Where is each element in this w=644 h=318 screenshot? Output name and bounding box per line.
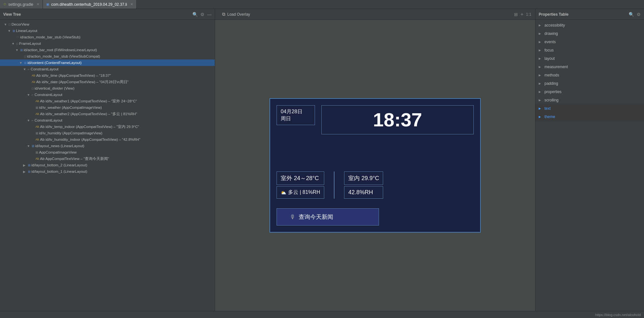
- properties-actions: 🔍 ⚙: [629, 12, 641, 17]
- label-action-bar-root: id/action_bar_root (FitWindowsLinearLayo…: [24, 48, 97, 52]
- app-weather-row: 室外 24～28°C ⛅ 多云 | 81%RH 室内 29.9°C: [270, 171, 480, 205]
- tree-node-action-mode-bar-stub[interactable]: ⋯ id/action_mode_bar_stub (ViewStub): [0, 34, 215, 40]
- prop-layout[interactable]: ▶ layout: [535, 54, 644, 63]
- prop-label-measurement: measurement: [544, 65, 568, 69]
- tree-node-tv-weather2[interactable]: Ab Ab id/tv_weather2 (AppCompatTextView)…: [0, 111, 215, 117]
- prop-arrow-drawing: ▶: [539, 32, 543, 35]
- tree-node-iv-weather[interactable]: ⊠ id/iv_weather (AppCompatImageView): [0, 104, 215, 111]
- label-content: id/content (ContentFrameLayout): [28, 61, 82, 65]
- tree-node-layout-bottom-1[interactable]: ▶ ⊞ id/layout_bottom_1 (LinearLayout): [0, 168, 215, 175]
- app-weather-left: 室外 24～28°C ⛅ 多云 | 81%RH: [277, 171, 324, 199]
- prop-accessibility[interactable]: ▶ accessibility: [535, 21, 644, 29]
- properties-settings-btn[interactable]: ⚙: [637, 12, 641, 17]
- tree-node-framelayout[interactable]: ▼ □ FrameLayout: [0, 40, 215, 47]
- arrow-framelayout: ▼: [12, 42, 15, 45]
- prop-padding[interactable]: ▶ padding: [535, 79, 644, 88]
- label-app-text-view: Ab AppCompatTextView – "查询今天新闻": [40, 156, 109, 161]
- prop-arrow-text: ▶: [539, 107, 543, 110]
- prop-label-methods: methods: [544, 73, 559, 77]
- properties-panel: Properties Table 🔍 ⚙ ▶ accessibility ▶ d…: [535, 9, 644, 311]
- prop-drawing[interactable]: ▶ drawing: [535, 29, 644, 38]
- preview-header-left: ⧉ Load Overlay: [219, 10, 253, 18]
- icon-tv-time: Ab: [32, 74, 35, 77]
- tree-node-app-text-view[interactable]: Ab Ab AppCompatTextView – "查询今天新闻": [0, 155, 215, 162]
- prop-measurement[interactable]: ▶ measurement: [535, 63, 644, 71]
- add-overlay-icon[interactable]: +: [520, 12, 523, 17]
- tree-node-content[interactable]: ▼ ⊞ id/content (ContentFrameLayout): [0, 60, 215, 66]
- icon-action-mode-bar-stub2: □: [24, 55, 26, 58]
- app-indoor-temp-text: 室内 29.9°C: [348, 175, 379, 181]
- arrow-constraintlayout3: ▼: [27, 119, 31, 122]
- tree-node-constraintlayout3[interactable]: ▼ ⌐ ConstraintLayout: [0, 117, 215, 123]
- properties-search-btn[interactable]: 🔍: [629, 12, 634, 17]
- tree-node-layout-news[interactable]: ▼ ⊞ id/layout_news (LinearLayout): [0, 143, 215, 149]
- prop-label-layout: layout: [544, 56, 555, 61]
- prop-theme[interactable]: ▶ theme: [535, 113, 644, 121]
- tree-node-vertical-divider[interactable]: □ id/vertical_divider (View): [0, 85, 215, 91]
- weather-icon-cloud: ⛅: [281, 190, 286, 195]
- label-iv-weather: id/iv_weather (AppCompatImageView): [39, 106, 102, 109]
- prop-methods[interactable]: ▶ methods: [535, 71, 644, 79]
- properties-title: Properties Table: [539, 12, 568, 17]
- app-date-text: 04月28日 周日: [281, 109, 302, 121]
- preview-header-right: ⊞ + 1:1: [514, 12, 531, 17]
- tree-node-layout-bottom-2[interactable]: ▶ ⊞ id/layout_bottom_2 (LinearLayout): [0, 162, 215, 168]
- tab-main[interactable]: ▣ com.dihealth.centerhub_2019.04.29_02.3…: [43, 0, 137, 9]
- tab-settings-close[interactable]: ✕: [36, 2, 39, 6]
- load-overlay-label: Load Overlay: [227, 12, 250, 17]
- label-layout-bottom-2: id/layout_bottom_2 (LinearLayout): [31, 163, 87, 167]
- zoom-label: 1:1: [526, 12, 531, 17]
- view-tree-header: View Tree 🔍 ⚙ —: [0, 9, 215, 20]
- tree-node-tv-time[interactable]: Ab Ab id/tv_time (AppCompatTextView) – "…: [0, 72, 215, 79]
- fullscreen-icon[interactable]: ⊞: [514, 12, 518, 17]
- tree-node-constraintlayout1[interactable]: ▼ ⌐ ConstraintLayout: [0, 66, 215, 72]
- prop-events[interactable]: ▶ events: [535, 38, 644, 46]
- view-tree-settings-btn[interactable]: ⚙: [200, 12, 205, 17]
- app-time-section: 18:37: [321, 105, 474, 165]
- label-linearlayout: LinearLayout: [16, 29, 37, 33]
- prop-properties[interactable]: ▶ properties: [535, 88, 644, 96]
- app-date-box: 04月28日 周日: [277, 105, 315, 125]
- prop-text[interactable]: ▶ text: [535, 104, 644, 113]
- tab-settings[interactable]: ⚙ settings.gradle ✕: [0, 0, 43, 9]
- tree-node-tv-date[interactable]: Ab Ab id/tv_date (AppCompatTextView) – "…: [0, 79, 215, 85]
- tab-main-close[interactable]: ✕: [130, 2, 133, 6]
- app-time-text: 18:37: [373, 109, 422, 131]
- icon-iv-weather: ⊠: [36, 106, 38, 109]
- tree-node-app-image-view[interactable]: ⊠ AppCompatImageView: [0, 149, 215, 155]
- prop-arrow-events: ▶: [539, 40, 543, 44]
- prop-focus[interactable]: ▶ focus: [535, 46, 644, 54]
- view-tree-search-btn[interactable]: 🔍: [192, 12, 198, 17]
- tree-node-iv-humidity[interactable]: ⊠ id/iv_humidity (AppCompatImageView): [0, 130, 215, 136]
- tree-node-action-mode-bar-stub2[interactable]: □ id/action_mode_bar_stub (ViewStubCompa…: [0, 53, 215, 60]
- arrow-layout-bottom-1: ▶: [23, 170, 27, 173]
- status-url: https://blog.csdn.net/alcohold: [595, 313, 641, 317]
- prop-scrolling[interactable]: ▶ scrolling: [535, 96, 644, 104]
- preview-content: 04月28日 周日 18:37 室外 24～28°: [215, 20, 535, 311]
- settings-gradle-icon: ⚙: [3, 2, 6, 6]
- label-tv-weather1: Ab id/tv_weather1 (AppCompatTextView) – …: [40, 99, 137, 104]
- tree-node-action-bar-root[interactable]: ▼ ⊞ id/action_bar_root (FitWindowsLinear…: [0, 47, 215, 53]
- label-tv-weather2: Ab id/tv_weather2 (AppCompatTextView) – …: [40, 112, 137, 116]
- icon-decorview: □: [9, 23, 11, 26]
- tree-node-tv-temp-indoor[interactable]: Ab Ab id/tv_temp_indoor (AppCompatTextVi…: [0, 123, 215, 130]
- app-news-button[interactable]: 🎙 查询今天新闻: [277, 208, 379, 226]
- prop-label-padding: padding: [544, 81, 558, 86]
- view-tree-title: View Tree: [3, 12, 21, 17]
- label-constraintlayout2: ConstraintLayout: [35, 93, 62, 97]
- tree-node-linearlayout[interactable]: ▼ ⊞ LinearLayout: [0, 28, 215, 34]
- view-tree-minimize-btn[interactable]: —: [207, 12, 212, 17]
- tree-node-tv-humidity-indoor[interactable]: Ab Ab id/tv_humidity_indoor (AppCompatTe…: [0, 136, 215, 143]
- tree-node-constraintlayout2[interactable]: ▼ ⌐ ConstraintLayout: [0, 91, 215, 98]
- label-layout-news: id/layout_news (LinearLayout): [35, 144, 84, 148]
- icon-tv-temp-indoor: Ab: [36, 125, 39, 128]
- load-overlay-button[interactable]: ⧉ Load Overlay: [219, 10, 253, 18]
- arrow-constraintlayout2: ▼: [27, 93, 31, 97]
- label-constraintlayout3: ConstraintLayout: [35, 118, 62, 122]
- app-date-section: 04月28日 周日: [277, 105, 315, 165]
- prop-arrow-properties: ▶: [539, 90, 543, 93]
- tree-node-tv-weather1[interactable]: Ab Ab id/tv_weather1 (AppCompatTextView)…: [0, 98, 215, 104]
- icon-content: ⊞: [24, 61, 27, 65]
- prop-label-drawing: drawing: [544, 31, 558, 36]
- tree-node-decorview[interactable]: ▼ □ DecorView: [0, 21, 215, 28]
